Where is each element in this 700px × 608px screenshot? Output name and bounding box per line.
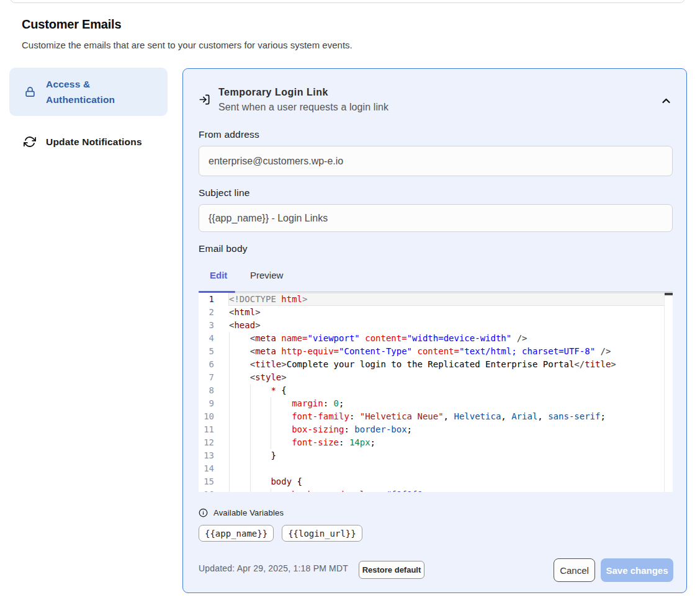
code-line: <title>Complete your login to the Replic…	[229, 358, 616, 371]
line-number: 4	[199, 332, 214, 345]
line-number: 1	[199, 293, 214, 306]
subject-line-input[interactable]	[199, 204, 673, 232]
panel-subtitle: Sent when a user requests a login link	[218, 101, 388, 114]
previous-card-bottom-edge	[9, 0, 686, 3]
code-line: <meta name="viewport" content="width=dev…	[229, 332, 527, 345]
available-variables-label: Available Variables	[213, 508, 284, 517]
code-line: * {	[229, 384, 287, 397]
code-line: font-size: 14px;	[229, 436, 375, 449]
tab-edit[interactable]: Edit	[210, 269, 227, 282]
tabs-divider	[199, 292, 673, 292]
panel-title: Temporary Login Link	[218, 86, 328, 99]
code-line: <style>	[229, 371, 287, 384]
code-line: <head>	[229, 319, 261, 332]
restore-default-button[interactable]: Restore default	[359, 561, 424, 579]
email-body-code-editor[interactable]: 1<!DOCTYPE html>2<html>3<head>4 <meta na…	[199, 293, 673, 492]
line-number: 14	[199, 462, 214, 475]
log-in-icon	[199, 94, 210, 108]
line-number: 2	[199, 306, 214, 319]
line-number: 3	[199, 319, 214, 332]
variable-chip-login-url[interactable]: {{login_url}}	[282, 525, 362, 542]
code-line: font-family: "Helvetica Neue", Helvetica…	[229, 410, 606, 423]
refresh-icon	[24, 135, 36, 148]
from-address-input[interactable]	[199, 146, 673, 176]
line-number: 10	[199, 410, 214, 423]
code-line: }	[229, 449, 276, 462]
save-changes-button[interactable]: Save changes	[601, 558, 673, 582]
sidebar-item-access-authentication[interactable]: Access & Authentication	[9, 68, 168, 116]
code-line: body {	[229, 475, 302, 488]
line-number: 9	[199, 397, 214, 410]
chevron-up-icon	[662, 98, 670, 104]
sidebar-item-update-notifications[interactable]: Update Notifications	[9, 125, 168, 158]
page-title: Customer Emails	[22, 17, 121, 32]
code-line: background-color: #f8f8f8;	[229, 488, 428, 492]
subject-line-label: Subject line	[199, 187, 250, 199]
tab-preview[interactable]: Preview	[250, 269, 283, 282]
cancel-button[interactable]: Cancel	[554, 558, 595, 582]
line-number: 16	[199, 488, 214, 492]
code-line: <meta http-equiv="Content-Type" content=…	[229, 345, 611, 358]
sidebar: Access & Authentication Update Notificat…	[9, 68, 168, 158]
line-number: 13	[199, 449, 214, 462]
line-number: 8	[199, 384, 214, 397]
editor-ruler-line	[664, 293, 665, 492]
line-number: 12	[199, 436, 214, 449]
info-icon	[199, 508, 208, 517]
page-subtitle: Customize the emails that are sent to yo…	[22, 38, 352, 51]
temporary-login-link-panel: Temporary Login Link Sent when a user re…	[182, 68, 687, 593]
available-variables-row: Available Variables	[199, 508, 284, 517]
from-address-label: From address	[199, 128, 259, 141]
code-line: <!DOCTYPE html>	[229, 293, 307, 306]
editor-overview-cursor-mark	[665, 293, 673, 295]
sidebar-item-label: Access & Authentication	[46, 76, 139, 107]
line-number: 15	[199, 475, 214, 488]
variable-chips: {{app_name}} {{login_url}}	[199, 525, 362, 542]
lock-icon	[24, 85, 36, 99]
code-line: box-sizing: border-box;	[229, 423, 412, 436]
sidebar-item-label: Update Notifications	[46, 134, 142, 150]
variable-chip-app-name[interactable]: {{app_name}}	[199, 525, 274, 542]
email-body-label: Email body	[199, 243, 248, 255]
code-line: <html>	[229, 306, 261, 319]
indent-guide	[229, 462, 230, 475]
line-number: 6	[199, 358, 214, 371]
line-number: 7	[199, 371, 214, 384]
line-number: 11	[199, 423, 214, 436]
updated-timestamp: Updated: Apr 29, 2025, 1:18 PM MDT	[199, 562, 348, 575]
line-number: 5	[199, 345, 214, 358]
indent-guide	[250, 462, 251, 475]
collapse-button[interactable]	[658, 92, 674, 109]
code-line: margin: 0;	[229, 397, 344, 410]
